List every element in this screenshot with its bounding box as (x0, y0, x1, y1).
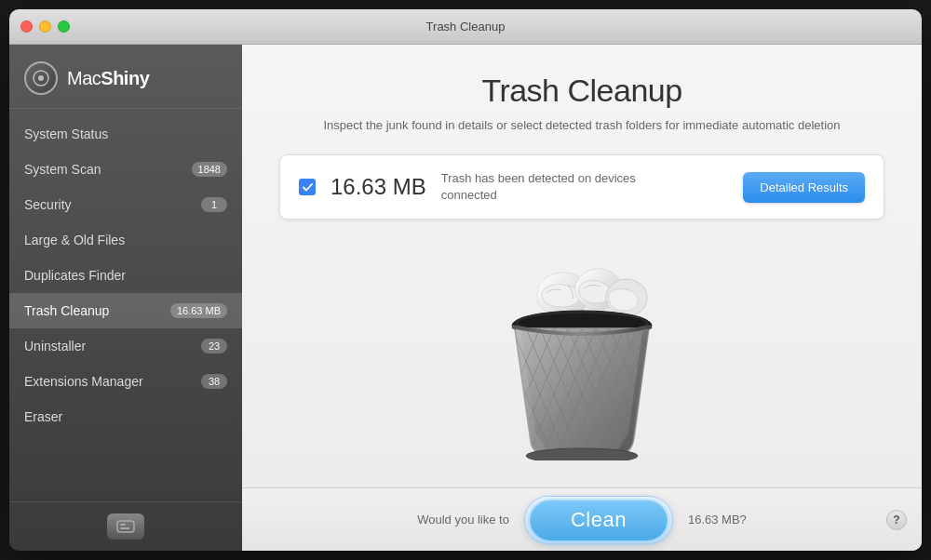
sidebar-footer-icon (107, 513, 144, 540)
svg-point-1 (38, 75, 44, 81)
sidebar-item-system-status[interactable]: System Status (9, 116, 242, 152)
trash-can-svg (479, 247, 684, 460)
nav-badge: 23 (201, 339, 227, 353)
nav-item-label: Trash Cleanup (24, 303, 109, 318)
logo: MacShiny (9, 45, 242, 109)
clean-button-container: Clean (524, 496, 673, 544)
footer-text-before: Would you like to (417, 513, 509, 527)
sidebar-item-security[interactable]: Security 1 (9, 187, 242, 222)
footer-text-after: 16.63 MB? (688, 513, 747, 527)
sidebar-footer (9, 501, 242, 551)
nav-item-label: Extensions Manager (24, 374, 143, 389)
nav-item-label: Large & Old Files (24, 233, 125, 247)
nav-item-label: System Status (24, 127, 108, 141)
nav-badge: 1 (201, 197, 227, 212)
result-size: 16.63 MB (331, 174, 426, 200)
result-checkbox[interactable] (299, 179, 316, 195)
nav-item-label: Duplicates Finder (24, 268, 126, 283)
page-title: Trash Cleanup (481, 73, 681, 109)
nav-item-label: Security (24, 197, 72, 212)
nav-badge: 1848 (192, 162, 227, 177)
trash-illustration (479, 238, 684, 469)
titlebar: Trash Cleanup (9, 9, 922, 45)
sidebar-item-trash-cleanup[interactable]: Trash Cleanup 16.63 MB (9, 293, 242, 328)
nav-badge: 38 (201, 374, 227, 389)
help-button[interactable]: ? (886, 510, 907, 530)
content-panel: Trash Cleanup Inspect the junk found in … (242, 45, 922, 551)
sidebar-item-system-scan[interactable]: System Scan 1848 (9, 152, 242, 187)
nav-item-label: Eraser (24, 409, 62, 424)
svg-rect-3 (120, 524, 126, 526)
sidebar-item-extensions-manager[interactable]: Extensions Manager 38 (9, 364, 242, 399)
app-window: Trash Cleanup MacShiny System Statu (9, 9, 922, 551)
result-card: 16.63 MB Trash has been detected on devi… (279, 154, 884, 220)
sidebar-item-uninstaller[interactable]: Uninstaller 23 (9, 328, 242, 364)
sidebar-item-duplicates-finder[interactable]: Duplicates Finder (9, 258, 242, 293)
detailed-results-button[interactable]: Detailed Results (743, 172, 865, 203)
nav-item-label: Uninstaller (24, 339, 86, 353)
window-controls (20, 20, 70, 33)
sidebar-item-eraser[interactable]: Eraser (9, 399, 242, 434)
sidebar-item-large-old-files[interactable]: Large & Old Files (9, 222, 242, 258)
content-body: Trash Cleanup Inspect the junk found in … (242, 45, 922, 487)
sidebar: MacShiny System Status System Scan 1848 … (9, 45, 242, 551)
svg-rect-4 (120, 527, 129, 529)
logo-text: MacShiny (67, 68, 149, 89)
logo-icon (24, 61, 58, 95)
window-title: Trash Cleanup (426, 20, 506, 33)
sidebar-nav: System Status System Scan 1848 Security … (9, 109, 242, 501)
page-subtitle: Inspect the junk found in details or sel… (324, 118, 841, 132)
result-description: Trash has been detected on devices conne… (441, 170, 729, 204)
svg-rect-2 (117, 521, 134, 532)
clean-button[interactable]: Clean (530, 500, 668, 540)
nav-badge: 16.63 MB (170, 303, 227, 318)
maximize-button[interactable] (58, 20, 70, 33)
main-area: MacShiny System Status System Scan 1848 … (9, 45, 922, 551)
minimize-button[interactable] (39, 20, 51, 33)
nav-item-label: System Scan (24, 162, 101, 177)
close-button[interactable] (20, 20, 33, 33)
footer-bar: Would you like to Clean 16.63 MB? ? (242, 487, 922, 551)
svg-point-34 (526, 448, 638, 460)
